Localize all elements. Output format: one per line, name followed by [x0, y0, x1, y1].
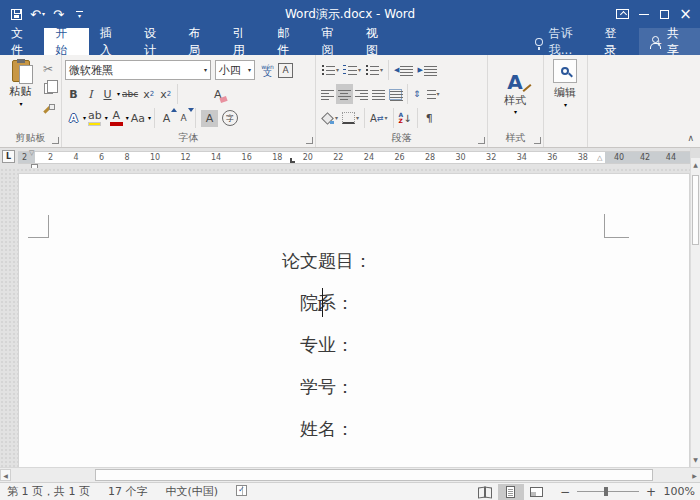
phonetic-guide-button[interactable]: wén文: [259, 60, 276, 80]
shading-button[interactable]: ▾: [319, 108, 340, 128]
character-border-button[interactable]: A: [276, 60, 295, 80]
undo-button[interactable]: ↶▾: [27, 3, 48, 25]
tab-layout[interactable]: 布局: [177, 28, 221, 55]
save-button[interactable]: [6, 3, 27, 25]
highlight-button[interactable]: ab: [86, 108, 104, 128]
copy-button[interactable]: [38, 80, 58, 97]
enclose-characters-button[interactable]: 字: [220, 108, 240, 128]
zoom-level[interactable]: 100%: [663, 485, 695, 498]
paragraph-dialog-launcher[interactable]: [478, 137, 485, 144]
numbering-button[interactable]: ▾: [341, 60, 363, 80]
clear-formatting-button[interactable]: A: [209, 84, 226, 104]
scroll-left-button[interactable]: ◀: [0, 469, 11, 481]
font-dialog-launcher[interactable]: [306, 137, 313, 144]
italic-button[interactable]: I: [82, 84, 99, 104]
underline-button[interactable]: U: [99, 84, 116, 104]
justify-icon: [372, 89, 385, 100]
tab-selector-button[interactable]: L: [2, 150, 15, 163]
font-name-combo[interactable]: 微软雅黑 ▾: [65, 60, 211, 80]
tab-file[interactable]: 文件: [0, 28, 44, 55]
sort-button[interactable]: AZ↓: [397, 108, 414, 128]
clipboard-dialog-launcher[interactable]: [52, 137, 59, 144]
redo-button[interactable]: ↷: [48, 3, 69, 25]
first-line-indent-marker[interactable]: ▽: [29, 149, 34, 157]
share-button[interactable]: + 共享: [639, 28, 700, 55]
document-line[interactable]: 学号：: [49, 366, 605, 408]
page-number-status[interactable]: 第 1 页，共 1 页: [5, 484, 99, 499]
document-line[interactable]: 院系：: [49, 282, 605, 324]
increase-indent-button[interactable]: ▶: [415, 60, 438, 80]
horizontal-scroll-thumb[interactable]: [95, 469, 653, 481]
zoom-in-button[interactable]: +: [646, 485, 656, 499]
web-layout-button[interactable]: [524, 484, 550, 500]
show-hide-marks-button[interactable]: ¶: [421, 108, 438, 128]
document-line[interactable]: 论文题目：: [49, 240, 605, 282]
superscript-button[interactable]: x2: [157, 84, 174, 104]
zoom-out-button[interactable]: −: [560, 485, 570, 499]
line-spacing-button[interactable]: ⇕▾: [411, 84, 442, 104]
right-indent-marker[interactable]: △: [597, 154, 602, 162]
tab-insert[interactable]: 插入: [89, 28, 133, 55]
tab-mailings[interactable]: 邮件: [266, 28, 310, 55]
format-painter-button[interactable]: [38, 100, 58, 117]
language-status[interactable]: 中文(中国): [156, 484, 227, 499]
status-bar: 第 1 页，共 1 页 17 个字 中文(中国) ✓ − + 100%: [0, 482, 700, 500]
document-line[interactable]: 姓名：: [49, 408, 605, 450]
vertical-scrollbar[interactable]: ▲ ▼: [690, 148, 700, 467]
zoom-slider[interactable]: [577, 491, 639, 492]
scroll-down-button[interactable]: ▼: [691, 454, 700, 465]
bold-button[interactable]: B: [65, 84, 82, 104]
strikethrough-button[interactable]: abc: [120, 84, 140, 104]
cut-button[interactable]: ✂: [38, 60, 58, 77]
horizontal-scrollbar[interactable]: ◀ ▶: [0, 467, 700, 482]
print-layout-button[interactable]: [498, 484, 524, 500]
change-case-button[interactable]: Aa: [129, 108, 147, 128]
scroll-up-button[interactable]: ▲: [691, 159, 700, 170]
tell-me-box[interactable]: 告诉我...: [535, 28, 592, 55]
proofing-status[interactable]: ✓: [227, 485, 256, 499]
word-count-status[interactable]: 17 个字: [99, 484, 157, 499]
multilevel-list-button[interactable]: ▾: [363, 60, 385, 80]
asian-layout-button[interactable]: A⇄▾: [368, 108, 390, 128]
styles-button[interactable]: A 样式 ▾: [491, 58, 539, 131]
borders-button[interactable]: ▾: [340, 108, 361, 128]
font-size-combo[interactable]: 小四 ▾: [215, 60, 255, 80]
tab-design[interactable]: 设计: [133, 28, 177, 55]
sign-in-button[interactable]: 登录: [593, 28, 639, 55]
shrink-font-button[interactable]: A: [175, 108, 192, 128]
styles-dialog-launcher[interactable]: [534, 137, 541, 144]
horizontal-ruler[interactable]: 2 2468101214161820222426283032343638 404…: [18, 151, 690, 164]
font-color-button[interactable]: A: [108, 108, 125, 128]
document-page[interactable]: 论文题目： 院系： 专业： 学号： 姓名： I: [18, 173, 690, 467]
decrease-indent-button[interactable]: ◀: [392, 60, 415, 80]
grow-font-button[interactable]: A: [158, 108, 175, 128]
subscript-button[interactable]: x2: [140, 84, 157, 104]
ribbon-display-options-button[interactable]: [612, 3, 633, 25]
collapse-ribbon-button[interactable]: ∧: [687, 133, 694, 143]
document-text[interactable]: 论文题目： 院系： 专业： 学号： 姓名：: [49, 240, 605, 450]
read-mode-button[interactable]: [472, 484, 498, 500]
align-right-button[interactable]: [353, 84, 370, 104]
tab-references[interactable]: 引用: [222, 28, 266, 55]
editing-button[interactable]: 编辑 ▾: [547, 58, 583, 131]
tab-stop-marker[interactable]: [290, 158, 295, 163]
vertical-scroll-thumb[interactable]: [692, 175, 699, 245]
scroll-right-button[interactable]: ▶: [689, 469, 700, 481]
document-line[interactable]: 专业：: [49, 324, 605, 366]
paste-button[interactable]: 粘贴 ▾: [3, 58, 38, 131]
zoom-slider-thumb[interactable]: [604, 487, 608, 496]
justify-button[interactable]: [370, 84, 387, 104]
tab-home[interactable]: 开始: [44, 28, 88, 55]
tab-review[interactable]: 审阅: [311, 28, 355, 55]
customize-qat-button[interactable]: ▾: [69, 3, 90, 25]
text-effects-button[interactable]: A: [65, 108, 82, 128]
align-center-button[interactable]: [336, 84, 353, 104]
distribute-button[interactable]: [387, 84, 404, 104]
tab-view[interactable]: 视图: [355, 28, 399, 55]
bullets-button[interactable]: ▾: [319, 60, 341, 80]
close-button[interactable]: ×: [675, 3, 696, 25]
character-shading-button[interactable]: A: [199, 108, 220, 128]
minimize-button[interactable]: [633, 3, 654, 25]
maximize-button[interactable]: [654, 3, 675, 25]
align-left-button[interactable]: [319, 84, 336, 104]
